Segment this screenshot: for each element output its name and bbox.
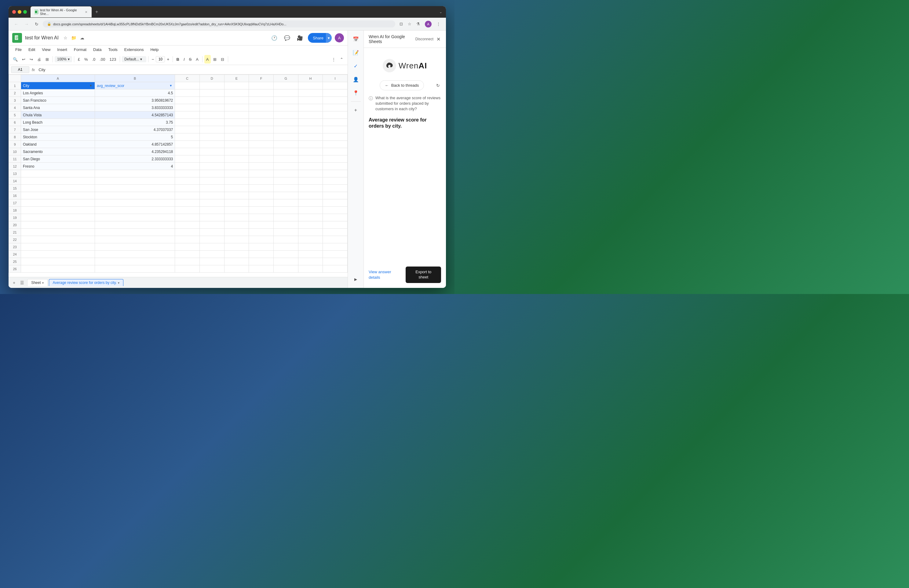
sheets-sidebar-add-icon[interactable]: + [350,104,362,116]
cell-e3[interactable] [224,97,249,104]
cell-i18[interactable] [323,207,348,214]
cell-c19[interactable] [175,214,200,221]
cell-b10[interactable]: 4.235294118 [95,148,175,155]
cell-f11[interactable] [249,155,274,163]
cell-e15[interactable] [224,185,249,192]
minimize-button[interactable] [18,10,21,14]
bold-toolbar-button[interactable]: B [175,55,181,63]
cell-g3[interactable] [273,97,298,104]
cell-i9[interactable] [323,141,348,148]
cell-b23[interactable] [95,243,175,250]
cell-b17[interactable] [95,199,175,207]
cell-i3[interactable] [323,97,348,104]
cell-g26[interactable] [273,265,298,273]
cell-h10[interactable] [298,148,323,155]
cell-e23[interactable] [224,243,249,250]
cell-e16[interactable] [224,192,249,199]
cell-a14[interactable] [21,178,95,185]
move-doc-button[interactable]: 📁 [70,35,78,41]
cell-h1[interactable] [298,82,323,89]
cell-f5[interactable] [249,111,274,119]
cell-h11[interactable] [298,155,323,163]
cell-c25[interactable] [175,258,200,265]
cell-f22[interactable] [249,236,274,243]
cell-f20[interactable] [249,221,274,229]
cell-a18[interactable] [21,207,95,214]
active-tab[interactable]: test for Wren AI - Google She... ✕ [31,6,92,18]
refresh-button[interactable]: ↻ [435,82,441,89]
cell-h17[interactable] [298,199,323,207]
cell-a11[interactable]: San Diego [21,155,95,163]
cell-g22[interactable] [273,236,298,243]
cell-h5[interactable] [298,111,323,119]
cell-h12[interactable] [298,163,323,170]
cell-i12[interactable] [323,163,348,170]
cell-c6[interactable] [175,119,200,126]
cell-reference-input[interactable] [11,66,29,73]
sheets-sidebar-contacts-icon[interactable]: 👤 [350,73,362,86]
percent-toolbar-button[interactable]: % [82,55,90,63]
meet-button[interactable]: 🎥 [295,33,305,43]
cell-b16[interactable] [95,192,175,199]
cell-a3[interactable]: San Francisco [21,97,95,104]
zoom-control[interactable]: 100% ▾ [55,56,72,62]
cell-b24[interactable] [95,250,175,258]
cell-h22[interactable] [298,236,323,243]
back-to-threads-button[interactable]: ← Back to threads [380,80,424,90]
cell-c7[interactable] [175,126,200,133]
cell-g19[interactable] [273,214,298,221]
cell-f18[interactable] [249,207,274,214]
cell-h6[interactable] [298,119,323,126]
cell-g17[interactable] [273,199,298,207]
cell-g2[interactable] [273,89,298,97]
cell-b19[interactable] [95,214,175,221]
screen-capture-button[interactable]: ⊡ [398,21,405,27]
cell-d20[interactable] [199,221,224,229]
cell-f17[interactable] [249,199,274,207]
cell-d23[interactable] [199,243,224,250]
cell-i17[interactable] [323,199,348,207]
share-dropdown-icon[interactable]: ▾ [326,33,332,43]
cell-c18[interactable] [175,207,200,214]
currency-toolbar-button[interactable]: £ [76,55,82,63]
cell-h24[interactable] [298,250,323,258]
cell-a21[interactable] [21,229,95,236]
sheet-list-button[interactable]: ☰ [18,279,26,286]
cell-d2[interactable] [199,89,224,97]
cell-b26[interactable] [95,265,175,273]
highlight-color-button[interactable]: A [204,55,211,63]
cell-g1[interactable] [273,82,298,89]
cell-d21[interactable] [199,229,224,236]
cell-a17[interactable] [21,199,95,207]
cell-a4[interactable]: Santa Ana [21,104,95,111]
cell-c8[interactable] [175,133,200,141]
col-header-h[interactable]: H [298,75,323,82]
cell-f21[interactable] [249,229,274,236]
cell-e12[interactable] [224,163,249,170]
cell-d1[interactable] [199,82,224,89]
cell-d26[interactable] [199,265,224,273]
cell-e6[interactable] [224,119,249,126]
cell-f2[interactable] [249,89,274,97]
cell-e9[interactable] [224,141,249,148]
cell-c23[interactable] [175,243,200,250]
cell-d15[interactable] [199,185,224,192]
cell-c12[interactable] [175,163,200,170]
cell-d19[interactable] [199,214,224,221]
cell-e2[interactable] [224,89,249,97]
col-header-g[interactable]: G [273,75,298,82]
col-header-e[interactable]: E [224,75,249,82]
cell-f10[interactable] [249,148,274,155]
bookmark-button[interactable]: ☆ [406,21,413,27]
cell-a7[interactable]: San Jose [21,126,95,133]
menu-edit[interactable]: Edit [25,46,38,53]
disconnect-button[interactable]: Disconnect [416,37,433,41]
cloud-doc-button[interactable]: ☁ [79,35,86,41]
sheets-sidebar-tasks-icon[interactable]: ✓ [350,60,362,72]
cell-e5[interactable] [224,111,249,119]
fullscreen-button[interactable] [23,10,27,14]
menu-view[interactable]: View [39,46,53,53]
cell-e10[interactable] [224,148,249,155]
cell-e25[interactable] [224,258,249,265]
cell-g6[interactable] [273,119,298,126]
